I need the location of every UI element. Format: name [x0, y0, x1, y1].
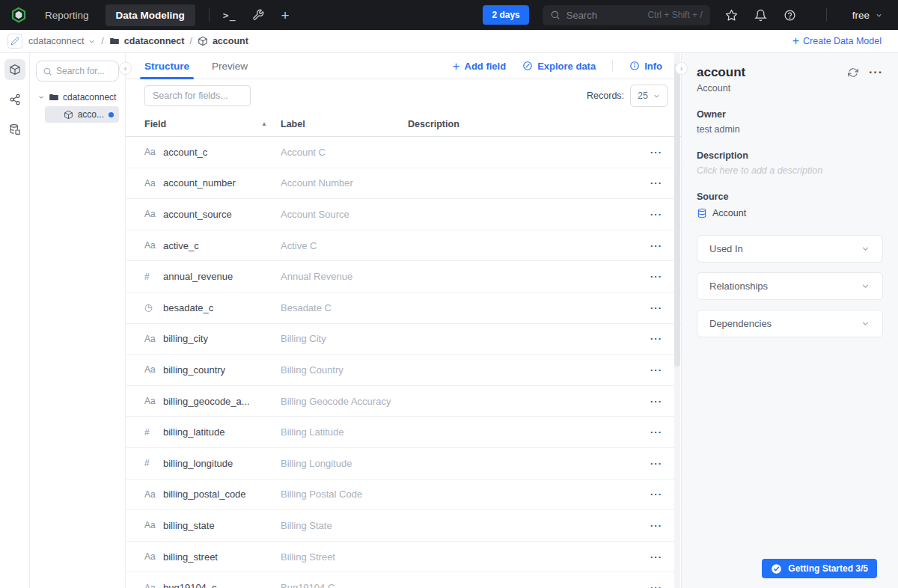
- table-row[interactable]: # billing_longitude Billing Longitude ··…: [126, 448, 681, 480]
- source-link[interactable]: Account: [697, 208, 883, 218]
- table-row[interactable]: Aa account_c Account C ···: [126, 137, 681, 168]
- field-label: Account Source: [281, 209, 408, 220]
- row-menu-button[interactable]: ···: [632, 551, 662, 563]
- description-placeholder[interactable]: Click here to add a description: [697, 165, 883, 176]
- explore-data-button[interactable]: Explore data: [522, 61, 596, 72]
- tree-search-input[interactable]: [56, 66, 112, 76]
- source-label: Source: [697, 192, 883, 202]
- terminal-icon[interactable]: >_: [223, 10, 236, 21]
- tab-structure[interactable]: Structure: [144, 53, 189, 79]
- global-search-input[interactable]: Search Ctrl + Shift + /: [543, 5, 710, 25]
- field-name: billing_geocode_a...: [163, 396, 250, 407]
- table-row[interactable]: Aa account_number Account Number ···: [126, 168, 681, 200]
- table-row[interactable]: Aa billing_postal_code Billing Postal Co…: [126, 480, 681, 511]
- table-row[interactable]: # billing_latitude Billing Latitude ···: [126, 417, 681, 448]
- getting-started-button[interactable]: Getting Started 3/5: [762, 559, 877, 578]
- global-search-placeholder: Search: [566, 10, 597, 21]
- field-name: billing_longitude: [163, 458, 233, 469]
- detail-panel: account ··· Account Owner test admin Des…: [681, 53, 898, 588]
- collapse-detail-button[interactable]: ›: [675, 62, 688, 75]
- column-header-field[interactable]: Field ▲: [144, 119, 281, 129]
- row-menu-button[interactable]: ···: [632, 396, 662, 407]
- row-menu-button[interactable]: ···: [632, 271, 662, 282]
- row-menu-button[interactable]: ···: [632, 458, 662, 469]
- row-menu-button[interactable]: ···: [632, 582, 662, 588]
- field-type-icon: #: [144, 427, 157, 438]
- help-icon[interactable]: [784, 9, 796, 22]
- refresh-button[interactable]: [848, 67, 858, 78]
- breadcrumb-connection[interactable]: cdataconnect: [28, 36, 96, 46]
- info-button[interactable]: Info: [629, 61, 662, 72]
- cube-icon: [9, 64, 21, 76]
- collapsible-section[interactable]: Relationships: [697, 272, 883, 300]
- detail-title: account: [697, 65, 745, 80]
- table-row[interactable]: Aa bug19104_c Bug19104 C ···: [126, 572, 681, 588]
- breadcrumb-folder[interactable]: cdataconnect: [109, 36, 185, 46]
- collapse-tree-button[interactable]: ‹: [119, 62, 132, 75]
- connection-pen-icon[interactable]: [7, 34, 22, 49]
- field-name: billing_city: [163, 333, 208, 344]
- breadcrumb-separator: /: [189, 36, 192, 46]
- wrench-icon[interactable]: [252, 9, 264, 21]
- rail-relationships-icon[interactable]: [4, 89, 25, 110]
- row-menu-button[interactable]: ···: [632, 364, 662, 376]
- fields-table-body: Aa account_c Account C ··· Aa account_nu…: [126, 137, 681, 588]
- scrollbar-thumb[interactable]: [674, 64, 680, 367]
- chevron-down-icon: [861, 281, 870, 291]
- row-menu-button[interactable]: ···: [632, 177, 662, 189]
- table-row[interactable]: Aa billing_country Billing Country ···: [126, 355, 681, 386]
- chevron-down-icon: [37, 94, 45, 101]
- field-label: Billing Longitude: [281, 458, 408, 469]
- field-type-icon: Aa: [144, 334, 157, 344]
- row-menu-button[interactable]: ···: [632, 209, 662, 220]
- row-menu-button[interactable]: ···: [632, 302, 662, 313]
- bell-icon[interactable]: [754, 9, 767, 22]
- table-row[interactable]: Aa billing_state Billing State ···: [126, 510, 681, 542]
- row-menu-button[interactable]: ···: [632, 426, 662, 438]
- row-menu-button[interactable]: ···: [632, 489, 662, 500]
- rail-data-models-icon[interactable]: [4, 59, 25, 80]
- column-header-label: Label: [281, 119, 408, 129]
- records-per-page-select[interactable]: 25: [630, 85, 668, 107]
- table-row[interactable]: # annual_revenue Annual Revenue ···: [126, 261, 681, 293]
- left-rail: [0, 53, 30, 588]
- trial-days-badge[interactable]: 2 days: [483, 5, 528, 25]
- detail-menu-button[interactable]: ···: [869, 66, 883, 79]
- table-row[interactable]: Aa billing_city Billing City ···: [126, 324, 681, 355]
- add-field-button[interactable]: + Add field: [453, 60, 507, 73]
- row-menu-button[interactable]: ···: [632, 333, 662, 344]
- table-row[interactable]: Aa billing_street Billing Street ···: [126, 542, 681, 573]
- app-logo[interactable]: [10, 7, 27, 23]
- tree-item-account[interactable]: acco...: [45, 106, 119, 123]
- row-menu-button[interactable]: ···: [632, 147, 662, 158]
- table-controls: Records: 25: [126, 79, 681, 111]
- nav-tab-data-modeling[interactable]: Data Modeling: [106, 4, 195, 26]
- table-row[interactable]: ◷ besadate_c Besadate C ···: [126, 293, 681, 324]
- rail-datasources-icon[interactable]: [4, 119, 25, 140]
- tree-folder-cdataconnect[interactable]: cdataconnect: [36, 92, 119, 102]
- plan-dropdown[interactable]: free: [852, 10, 883, 21]
- collapsible-section[interactable]: Dependencies: [697, 310, 883, 337]
- field-type-icon: Aa: [144, 551, 157, 562]
- tree-search[interactable]: [36, 61, 119, 82]
- row-menu-button[interactable]: ···: [632, 520, 662, 531]
- create-data-model-button[interactable]: + Create Data Model: [792, 35, 882, 47]
- nav-tab-reporting[interactable]: Reporting: [45, 10, 89, 21]
- sort-asc-icon: ▲: [261, 120, 267, 127]
- nav-add-icon[interactable]: +: [281, 8, 289, 22]
- breadcrumb-separator: /: [101, 36, 103, 46]
- field-name: account_number: [163, 177, 236, 189]
- search-shortcut-hint: Ctrl + Shift + /: [647, 10, 702, 20]
- table-row[interactable]: Aa account_source Account Source ···: [126, 199, 681, 230]
- star-icon[interactable]: [725, 9, 738, 22]
- field-name: billing_latitude: [163, 426, 224, 438]
- search-icon: [550, 10, 561, 20]
- table-row[interactable]: Aa billing_geocode_a... Billing Geocode …: [126, 386, 681, 417]
- row-menu-button[interactable]: ···: [632, 240, 662, 251]
- table-row[interactable]: Aa active_c Active C ···: [126, 230, 681, 262]
- collapsible-section[interactable]: Used In: [697, 235, 883, 263]
- info-icon: [629, 61, 640, 71]
- tab-preview[interactable]: Preview: [212, 53, 248, 79]
- field-search-input[interactable]: [144, 85, 251, 106]
- field-type-icon: #: [144, 458, 157, 468]
